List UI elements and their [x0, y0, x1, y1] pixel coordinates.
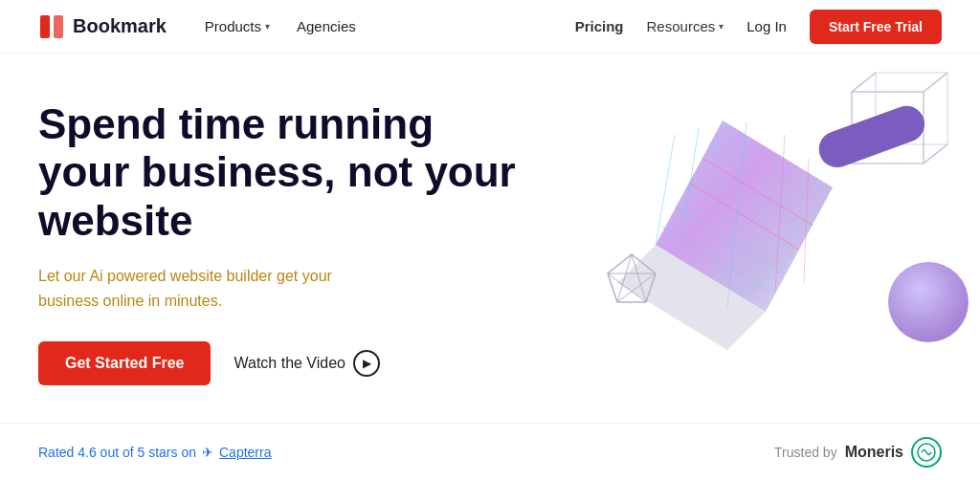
- nav-login[interactable]: Log In: [746, 18, 787, 34]
- chevron-down-icon: ▾: [265, 21, 270, 32]
- svg-rect-1: [54, 15, 63, 38]
- bookmark-logo-icon: [38, 13, 65, 40]
- start-trial-button[interactable]: Start Free Trial: [810, 10, 942, 44]
- nav-left: Products ▾ Agencies: [205, 18, 575, 34]
- rating-text: Rated 4.6 out of 5 stars on: [38, 445, 196, 460]
- hero-3d-shapes: [536, 63, 980, 388]
- nav-right: Pricing Resources ▾ Log In Start Free Tr…: [575, 10, 942, 44]
- chevron-down-icon: ▾: [719, 21, 724, 32]
- capterra-label[interactable]: Capterra: [219, 445, 271, 460]
- watch-video-button[interactable]: Watch the Video ▶: [234, 350, 380, 377]
- svg-line-11: [924, 144, 947, 164]
- trusted-area: Trusted by Moneris: [774, 437, 942, 468]
- navbar: Bookmark Products ▾ Agencies Pricing Res…: [0, 0, 980, 54]
- rating-area: Rated 4.6 out of 5 stars on ✈ Capterra: [38, 445, 271, 460]
- hero-subtitle: Let our Ai powered website builder get y…: [38, 264, 383, 313]
- partner-name: Moneris: [845, 444, 903, 461]
- hero-buttons: Get Started Free Watch the Video ▶: [38, 341, 517, 385]
- nav-pricing[interactable]: Pricing: [575, 18, 624, 34]
- watch-video-label: Watch the Video: [234, 355, 345, 372]
- logo[interactable]: Bookmark: [38, 13, 167, 40]
- svg-line-9: [924, 73, 947, 92]
- hero-section: Spend time running your business, not yo…: [0, 54, 980, 423]
- hero-illustration: [517, 54, 942, 423]
- moneris-logo-icon: [911, 437, 942, 468]
- get-started-button[interactable]: Get Started Free: [38, 341, 211, 385]
- trusted-label: Trusted by: [774, 445, 837, 460]
- svg-rect-0: [40, 15, 50, 38]
- svg-rect-12: [813, 100, 929, 172]
- capterra-icon: ✈: [202, 445, 213, 460]
- svg-point-30: [888, 262, 969, 342]
- hero-title: Spend time running your business, not yo…: [38, 100, 517, 246]
- nav-products[interactable]: Products ▾: [205, 18, 270, 34]
- brand-name: Bookmark: [73, 15, 167, 37]
- nav-resources[interactable]: Resources ▾: [647, 18, 724, 34]
- footer-bar: Rated 4.6 out of 5 stars on ✈ Capterra T…: [0, 423, 980, 480]
- svg-line-8: [852, 73, 876, 92]
- play-icon: ▶: [353, 350, 380, 377]
- hero-content: Spend time running your business, not yo…: [38, 91, 517, 386]
- nav-agencies[interactable]: Agencies: [297, 18, 356, 34]
